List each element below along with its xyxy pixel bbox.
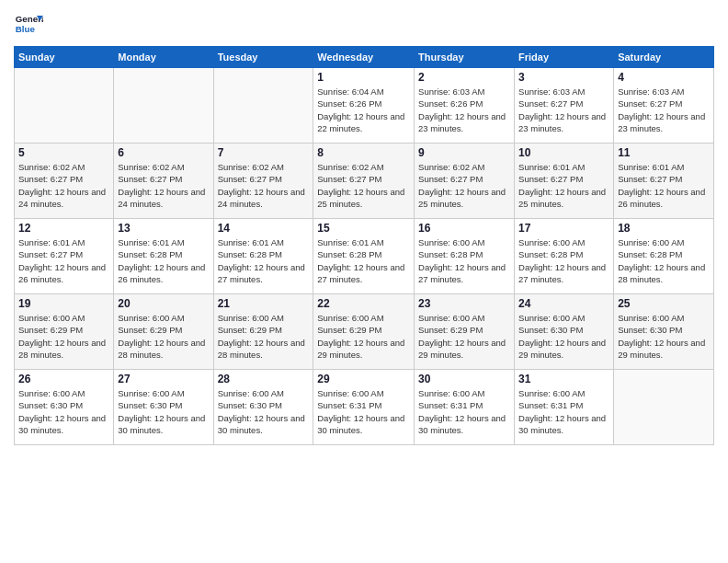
calendar-cell: 16Sunrise: 6:00 AMSunset: 6:28 PMDayligh… [415,219,515,294]
calendar-cell: 26Sunrise: 6:00 AMSunset: 6:30 PMDayligh… [15,370,114,445]
day-info: Sunrise: 6:01 AMSunset: 6:27 PMDaylight:… [618,161,710,210]
calendar-cell: 25Sunrise: 6:00 AMSunset: 6:30 PMDayligh… [614,294,714,370]
day-info: Sunrise: 6:02 AMSunset: 6:27 PMDaylight:… [118,161,209,210]
calendar-cell: 15Sunrise: 6:01 AMSunset: 6:28 PMDayligh… [313,219,415,294]
day-info: Sunrise: 6:00 AMSunset: 6:30 PMDaylight:… [218,387,310,436]
day-number: 29 [317,373,410,385]
calendar-cell: 23Sunrise: 6:00 AMSunset: 6:29 PMDayligh… [415,294,515,370]
day-info: Sunrise: 6:04 AMSunset: 6:26 PMDaylight:… [317,86,410,134]
calendar-cell: 8Sunrise: 6:02 AMSunset: 6:27 PMDaylight… [313,144,415,219]
day-number: 26 [18,373,109,385]
day-number: 22 [317,297,410,310]
day-info: Sunrise: 6:00 AMSunset: 6:31 PMDaylight:… [317,387,410,436]
day-number: 31 [518,373,609,385]
day-info: Sunrise: 6:02 AMSunset: 6:27 PMDaylight:… [18,161,109,210]
calendar-cell: 21Sunrise: 6:00 AMSunset: 6:29 PMDayligh… [213,294,313,370]
calendar-cell: 3Sunrise: 6:03 AMSunset: 6:27 PMDaylight… [515,68,614,144]
calendar-cell: 30Sunrise: 6:00 AMSunset: 6:31 PMDayligh… [415,370,515,445]
day-number: 25 [618,297,710,310]
day-number: 14 [218,222,310,235]
week-row-4: 19Sunrise: 6:00 AMSunset: 6:29 PMDayligh… [15,294,714,370]
day-number: 28 [218,373,310,385]
week-row-2: 5Sunrise: 6:02 AMSunset: 6:27 PMDaylight… [15,144,714,219]
calendar-cell: 19Sunrise: 6:00 AMSunset: 6:29 PMDayligh… [15,294,114,370]
calendar-cell: 6Sunrise: 6:02 AMSunset: 6:27 PMDaylight… [114,144,213,219]
day-info: Sunrise: 6:00 AMSunset: 6:28 PMDaylight:… [618,236,710,285]
day-info: Sunrise: 6:00 AMSunset: 6:30 PMDaylight:… [18,387,109,436]
week-row-5: 26Sunrise: 6:00 AMSunset: 6:30 PMDayligh… [15,370,714,445]
day-number: 10 [518,146,609,159]
day-number: 30 [418,373,510,385]
calendar-cell: 20Sunrise: 6:00 AMSunset: 6:29 PMDayligh… [114,294,213,370]
day-number: 4 [618,71,710,84]
day-number: 17 [518,222,609,235]
day-info: Sunrise: 6:03 AMSunset: 6:27 PMDaylight:… [618,86,710,134]
weekday-header-row: SundayMondayTuesdayWednesdayThursdayFrid… [15,47,714,68]
day-number: 13 [118,222,209,235]
calendar-cell: 11Sunrise: 6:01 AMSunset: 6:27 PMDayligh… [614,144,714,219]
day-number: 6 [118,146,209,159]
calendar-page: General Blue SundayMondayTuesdayWednesda… [0,0,728,563]
calendar-cell: 31Sunrise: 6:00 AMSunset: 6:31 PMDayligh… [515,370,614,445]
calendar-cell: 10Sunrise: 6:01 AMSunset: 6:27 PMDayligh… [515,144,614,219]
calendar-cell: 27Sunrise: 6:00 AMSunset: 6:30 PMDayligh… [114,370,213,445]
day-info: Sunrise: 6:03 AMSunset: 6:27 PMDaylight:… [518,86,609,134]
day-info: Sunrise: 6:01 AMSunset: 6:27 PMDaylight:… [18,236,109,285]
day-info: Sunrise: 6:03 AMSunset: 6:26 PMDaylight:… [418,86,510,134]
logo: General Blue [14,9,43,39]
day-info: Sunrise: 6:00 AMSunset: 6:31 PMDaylight:… [518,387,609,436]
calendar-cell: 1Sunrise: 6:04 AMSunset: 6:26 PMDaylight… [313,68,415,144]
calendar-cell: 14Sunrise: 6:01 AMSunset: 6:28 PMDayligh… [213,219,313,294]
day-number: 24 [518,297,609,310]
calendar-cell: 24Sunrise: 6:00 AMSunset: 6:30 PMDayligh… [515,294,614,370]
day-number: 3 [518,71,609,84]
day-number: 12 [18,222,109,235]
calendar-cell: 22Sunrise: 6:00 AMSunset: 6:29 PMDayligh… [313,294,415,370]
day-number: 7 [218,146,310,159]
calendar-cell: 7Sunrise: 6:02 AMSunset: 6:27 PMDaylight… [213,144,313,219]
weekday-header-thursday: Thursday [415,47,515,68]
calendar-cell: 4Sunrise: 6:03 AMSunset: 6:27 PMDaylight… [614,68,714,144]
weekday-header-wednesday: Wednesday [313,47,415,68]
week-row-1: 1Sunrise: 6:04 AMSunset: 6:26 PMDaylight… [15,68,714,144]
day-info: Sunrise: 6:00 AMSunset: 6:30 PMDaylight:… [618,312,710,361]
weekday-header-sunday: Sunday [15,47,114,68]
day-info: Sunrise: 6:00 AMSunset: 6:30 PMDaylight:… [518,312,609,361]
calendar-cell: 2Sunrise: 6:03 AMSunset: 6:26 PMDaylight… [415,68,515,144]
weekday-header-saturday: Saturday [614,47,714,68]
calendar-cell [614,370,714,445]
day-info: Sunrise: 6:00 AMSunset: 6:29 PMDaylight:… [317,312,410,361]
header: General Blue [14,9,714,39]
day-info: Sunrise: 6:00 AMSunset: 6:29 PMDaylight:… [418,312,510,361]
calendar-cell: 18Sunrise: 6:00 AMSunset: 6:28 PMDayligh… [614,219,714,294]
day-info: Sunrise: 6:02 AMSunset: 6:27 PMDaylight:… [317,161,410,210]
weekday-header-monday: Monday [114,47,213,68]
day-number: 18 [618,222,710,235]
day-info: Sunrise: 6:01 AMSunset: 6:28 PMDaylight:… [118,236,209,285]
day-number: 16 [418,222,510,235]
day-info: Sunrise: 6:02 AMSunset: 6:27 PMDaylight:… [418,161,510,210]
day-info: Sunrise: 6:01 AMSunset: 6:28 PMDaylight:… [317,236,410,285]
day-info: Sunrise: 6:02 AMSunset: 6:27 PMDaylight:… [218,161,310,210]
day-number: 5 [18,146,109,159]
calendar-cell: 13Sunrise: 6:01 AMSunset: 6:28 PMDayligh… [114,219,213,294]
day-info: Sunrise: 6:00 AMSunset: 6:29 PMDaylight:… [118,312,209,361]
calendar-cell: 29Sunrise: 6:00 AMSunset: 6:31 PMDayligh… [313,370,415,445]
calendar-cell [213,68,313,144]
weekday-header-friday: Friday [515,47,614,68]
day-info: Sunrise: 6:01 AMSunset: 6:28 PMDaylight:… [218,236,310,285]
day-info: Sunrise: 6:01 AMSunset: 6:27 PMDaylight:… [518,161,609,210]
day-number: 21 [218,297,310,310]
day-number: 2 [418,71,510,84]
day-number: 15 [317,222,410,235]
logo-icon: General Blue [14,9,43,39]
week-row-3: 12Sunrise: 6:01 AMSunset: 6:27 PMDayligh… [15,219,714,294]
calendar-cell [15,68,114,144]
day-number: 20 [118,297,209,310]
day-number: 1 [317,71,410,84]
day-info: Sunrise: 6:00 AMSunset: 6:28 PMDaylight:… [518,236,609,285]
day-number: 23 [418,297,510,310]
day-info: Sunrise: 6:00 AMSunset: 6:28 PMDaylight:… [418,236,510,285]
day-info: Sunrise: 6:00 AMSunset: 6:31 PMDaylight:… [418,387,510,436]
day-number: 27 [118,373,209,385]
